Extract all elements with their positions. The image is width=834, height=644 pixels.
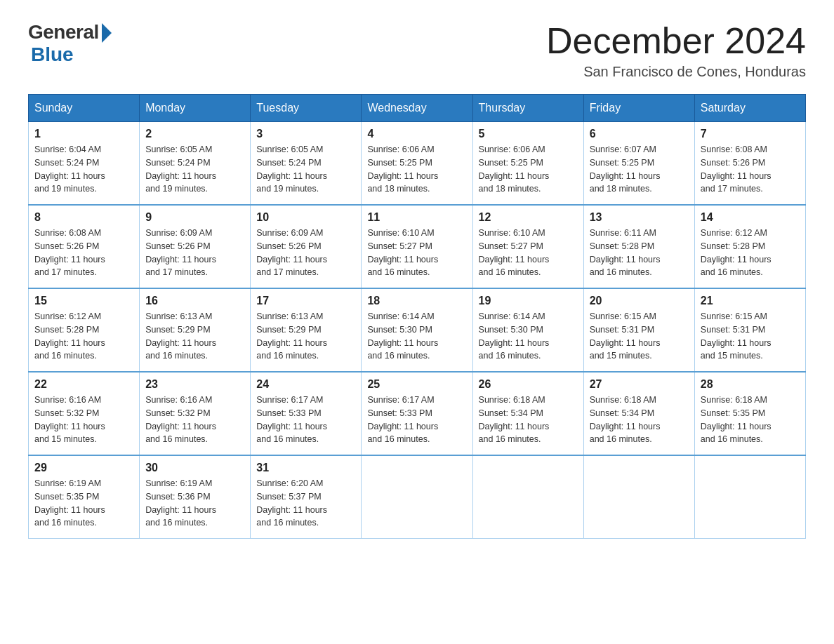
day-info: Sunrise: 6:07 AMSunset: 5:25 PMDaylight:… — [590, 143, 689, 196]
logo: General Blue — [28, 21, 112, 66]
day-number: 19 — [479, 295, 578, 307]
day-info: Sunrise: 6:08 AMSunset: 5:26 PMDaylight:… — [34, 227, 133, 279]
title-area: December 2024 San Francisco de Cones, Ho… — [546, 21, 806, 80]
day-info: Sunrise: 6:13 AMSunset: 5:29 PMDaylight:… — [256, 310, 355, 363]
calendar-cell: 25Sunrise: 6:17 AMSunset: 5:33 PMDayligh… — [362, 372, 472, 455]
day-number: 31 — [256, 462, 355, 474]
day-number: 16 — [145, 295, 244, 307]
day-number: 9 — [145, 211, 244, 224]
calendar-cell: 23Sunrise: 6:16 AMSunset: 5:32 PMDayligh… — [140, 372, 251, 455]
day-info: Sunrise: 6:16 AMSunset: 5:32 PMDaylight:… — [34, 394, 133, 446]
calendar-cell: 29Sunrise: 6:19 AMSunset: 5:35 PMDayligh… — [29, 455, 140, 539]
calendar-header: Sunday Monday Tuesday Wednesday Thursday… — [29, 95, 806, 122]
day-number: 14 — [701, 211, 800, 224]
calendar-cell: 6Sunrise: 6:07 AMSunset: 5:25 PMDaylight… — [583, 122, 694, 206]
col-thursday: Thursday — [472, 95, 583, 122]
calendar-table: Sunday Monday Tuesday Wednesday Thursday… — [28, 94, 806, 539]
calendar-cell: 20Sunrise: 6:15 AMSunset: 5:31 PMDayligh… — [583, 288, 694, 372]
calendar-cell: 2Sunrise: 6:05 AMSunset: 5:24 PMDaylight… — [140, 122, 251, 206]
day-number: 27 — [590, 378, 689, 391]
week-row-1: 1Sunrise: 6:04 AMSunset: 5:24 PMDaylight… — [29, 122, 806, 206]
col-wednesday: Wednesday — [362, 95, 472, 122]
calendar-cell — [362, 455, 472, 539]
calendar-cell: 5Sunrise: 6:06 AMSunset: 5:25 PMDaylight… — [472, 122, 583, 206]
location-subtitle: San Francisco de Cones, Honduras — [546, 64, 806, 80]
day-number: 10 — [256, 211, 355, 224]
calendar-cell: 30Sunrise: 6:19 AMSunset: 5:36 PMDayligh… — [140, 455, 251, 539]
logo-general-text: General — [28, 21, 99, 43]
day-info: Sunrise: 6:14 AMSunset: 5:30 PMDaylight:… — [479, 310, 578, 363]
calendar-cell: 24Sunrise: 6:17 AMSunset: 5:33 PMDayligh… — [251, 372, 362, 455]
calendar-cell: 10Sunrise: 6:09 AMSunset: 5:26 PMDayligh… — [251, 205, 362, 288]
calendar-cell: 3Sunrise: 6:05 AMSunset: 5:24 PMDaylight… — [251, 122, 362, 206]
day-info: Sunrise: 6:19 AMSunset: 5:36 PMDaylight:… — [145, 477, 244, 530]
calendar-cell: 15Sunrise: 6:12 AMSunset: 5:28 PMDayligh… — [29, 288, 140, 372]
day-info: Sunrise: 6:15 AMSunset: 5:31 PMDaylight:… — [590, 310, 689, 363]
calendar-cell: 18Sunrise: 6:14 AMSunset: 5:30 PMDayligh… — [362, 288, 472, 372]
calendar-cell — [472, 455, 583, 539]
calendar-cell: 28Sunrise: 6:18 AMSunset: 5:35 PMDayligh… — [694, 372, 805, 455]
week-row-3: 15Sunrise: 6:12 AMSunset: 5:28 PMDayligh… — [29, 288, 806, 372]
day-number: 2 — [145, 128, 244, 140]
calendar-cell: 17Sunrise: 6:13 AMSunset: 5:29 PMDayligh… — [251, 288, 362, 372]
day-number: 25 — [367, 378, 466, 391]
day-number: 30 — [145, 462, 244, 474]
calendar-cell: 8Sunrise: 6:08 AMSunset: 5:26 PMDaylight… — [29, 205, 140, 288]
day-number: 5 — [479, 128, 578, 140]
calendar-cell: 12Sunrise: 6:10 AMSunset: 5:27 PMDayligh… — [472, 205, 583, 288]
day-number: 11 — [367, 211, 466, 224]
day-number: 7 — [701, 128, 800, 140]
calendar-cell: 27Sunrise: 6:18 AMSunset: 5:34 PMDayligh… — [583, 372, 694, 455]
day-number: 15 — [34, 295, 133, 307]
day-number: 4 — [367, 128, 466, 140]
week-row-2: 8Sunrise: 6:08 AMSunset: 5:26 PMDaylight… — [29, 205, 806, 288]
day-number: 26 — [479, 378, 578, 391]
day-info: Sunrise: 6:06 AMSunset: 5:25 PMDaylight:… — [367, 143, 466, 196]
day-number: 1 — [34, 128, 133, 140]
day-info: Sunrise: 6:06 AMSunset: 5:25 PMDaylight:… — [479, 143, 578, 196]
day-info: Sunrise: 6:14 AMSunset: 5:30 PMDaylight:… — [367, 310, 466, 363]
day-number: 18 — [367, 295, 466, 307]
week-row-5: 29Sunrise: 6:19 AMSunset: 5:35 PMDayligh… — [29, 455, 806, 539]
page-header: General Blue December 2024 San Francisco… — [28, 21, 806, 80]
month-title: December 2024 — [546, 21, 806, 61]
calendar-cell: 7Sunrise: 6:08 AMSunset: 5:26 PMDaylight… — [694, 122, 805, 206]
col-sunday: Sunday — [29, 95, 140, 122]
day-number: 17 — [256, 295, 355, 307]
calendar-cell: 9Sunrise: 6:09 AMSunset: 5:26 PMDaylight… — [140, 205, 251, 288]
calendar-body: 1Sunrise: 6:04 AMSunset: 5:24 PMDaylight… — [29, 122, 806, 539]
day-info: Sunrise: 6:08 AMSunset: 5:26 PMDaylight:… — [701, 143, 800, 196]
day-info: Sunrise: 6:05 AMSunset: 5:24 PMDaylight:… — [256, 143, 355, 196]
day-info: Sunrise: 6:10 AMSunset: 5:27 PMDaylight:… — [367, 227, 466, 279]
day-number: 23 — [145, 378, 244, 391]
week-row-4: 22Sunrise: 6:16 AMSunset: 5:32 PMDayligh… — [29, 372, 806, 455]
day-info: Sunrise: 6:12 AMSunset: 5:28 PMDaylight:… — [34, 310, 133, 363]
day-number: 12 — [479, 211, 578, 224]
day-info: Sunrise: 6:12 AMSunset: 5:28 PMDaylight:… — [701, 227, 800, 279]
day-number: 3 — [256, 128, 355, 140]
col-tuesday: Tuesday — [251, 95, 362, 122]
days-of-week-row: Sunday Monday Tuesday Wednesday Thursday… — [29, 95, 806, 122]
day-number: 13 — [590, 211, 689, 224]
calendar-cell: 19Sunrise: 6:14 AMSunset: 5:30 PMDayligh… — [472, 288, 583, 372]
day-info: Sunrise: 6:10 AMSunset: 5:27 PMDaylight:… — [479, 227, 578, 279]
day-info: Sunrise: 6:19 AMSunset: 5:35 PMDaylight:… — [34, 477, 133, 530]
calendar-cell: 1Sunrise: 6:04 AMSunset: 5:24 PMDaylight… — [29, 122, 140, 206]
day-number: 21 — [701, 295, 800, 307]
day-info: Sunrise: 6:13 AMSunset: 5:29 PMDaylight:… — [145, 310, 244, 363]
day-info: Sunrise: 6:18 AMSunset: 5:35 PMDaylight:… — [701, 394, 800, 446]
calendar-cell: 11Sunrise: 6:10 AMSunset: 5:27 PMDayligh… — [362, 205, 472, 288]
day-number: 22 — [34, 378, 133, 391]
calendar-cell: 31Sunrise: 6:20 AMSunset: 5:37 PMDayligh… — [251, 455, 362, 539]
calendar-cell: 26Sunrise: 6:18 AMSunset: 5:34 PMDayligh… — [472, 372, 583, 455]
day-info: Sunrise: 6:20 AMSunset: 5:37 PMDaylight:… — [256, 477, 355, 530]
col-monday: Monday — [140, 95, 251, 122]
calendar-cell: 13Sunrise: 6:11 AMSunset: 5:28 PMDayligh… — [583, 205, 694, 288]
day-info: Sunrise: 6:17 AMSunset: 5:33 PMDaylight:… — [367, 394, 466, 446]
calendar-cell: 22Sunrise: 6:16 AMSunset: 5:32 PMDayligh… — [29, 372, 140, 455]
day-number: 6 — [590, 128, 689, 140]
day-number: 29 — [34, 462, 133, 474]
col-friday: Friday — [583, 95, 694, 122]
day-info: Sunrise: 6:09 AMSunset: 5:26 PMDaylight:… — [256, 227, 355, 279]
logo-blue-text: Blue — [31, 43, 74, 66]
